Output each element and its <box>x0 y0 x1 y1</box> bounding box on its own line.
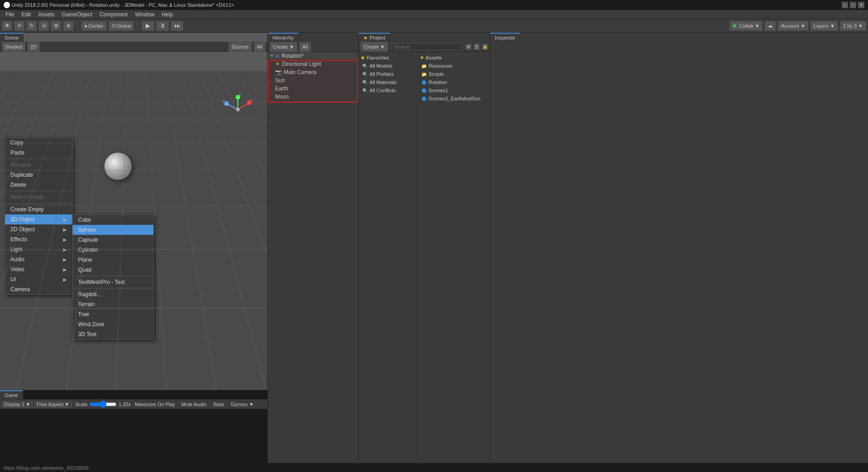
light-arrow: ▶ <box>63 247 67 252</box>
pause-button[interactable]: ⏸ <box>156 21 169 31</box>
cloud-button[interactable]: ☁ <box>764 21 776 31</box>
context-menu-2d-object[interactable]: 2D Object ▶ <box>5 224 72 234</box>
menu-help[interactable]: Help <box>158 10 177 19</box>
scene-tab[interactable]: Scene <box>0 33 24 42</box>
hierarchy-create-button[interactable]: Create ▼ <box>270 42 297 52</box>
directional-light-icon: ☀ <box>275 61 280 67</box>
scale-slider[interactable] <box>89 401 117 407</box>
inspector-tab-label: Inspector <box>495 35 515 40</box>
context-menu-delete[interactable]: Delete <box>5 180 72 190</box>
context-menu-create-empty[interactable]: Create Empty <box>5 204 72 214</box>
project-fav-all-models[interactable]: 🔍 All Models <box>359 62 417 70</box>
hierarchy-item-sun[interactable]: Sun <box>273 76 358 84</box>
gizmos-game-button[interactable]: Gizmos ▼ <box>228 401 256 407</box>
collab-status-dot <box>733 24 736 28</box>
favorites-icon: ★ <box>360 55 365 61</box>
close-button[interactable]: ✕ <box>858 2 864 8</box>
step-button[interactable]: ⏭ <box>171 21 183 31</box>
submenu-capsule[interactable]: Capsule <box>73 235 153 245</box>
hierarchy-item-earth[interactable]: Earth <box>273 84 358 93</box>
project-settings-button[interactable]: ⚙ <box>465 44 472 50</box>
project-asset-scenes2[interactable]: 🔷 Scenes2_EarthAndSun <box>418 94 490 103</box>
scene-all-label[interactable]: All <box>254 42 266 52</box>
context-menu-video[interactable]: Video ▶ <box>5 264 72 274</box>
menu-assets[interactable]: Assets <box>35 10 58 19</box>
main-camera-icon: 📷 <box>275 69 282 75</box>
main-area: Scene Shaded 2D Gizmos All <box>0 33 868 472</box>
context-menu-3d-object[interactable]: 3D Object ▶ Cube Sphere Capsule Cylinder <box>5 214 72 224</box>
gizmos-dropdown[interactable]: Gizmos <box>228 42 252 52</box>
mute-audio-button[interactable]: Mute Audio <box>179 401 209 407</box>
scene-name: Rotation* <box>281 53 304 59</box>
menu-file[interactable]: File <box>2 10 18 19</box>
hierarchy-scene-root[interactable]: ▼ ⊙ Rotation* <box>268 52 358 60</box>
play-button[interactable]: ▶ <box>142 21 154 31</box>
project-create-button[interactable]: Create ▼ <box>360 42 388 52</box>
layout-button[interactable]: 2 by 3 ▼ <box>840 21 866 31</box>
inspector-tab[interactable]: Inspector <box>490 33 520 42</box>
project-filter-button[interactable]: ☰ <box>473 44 480 50</box>
maximize-on-play-button[interactable]: Maximize On Play <box>133 401 178 407</box>
center-button[interactable]: ● Center <box>81 21 107 31</box>
context-menu-paste[interactable]: Paste <box>5 148 72 158</box>
account-button[interactable]: Account ▼ <box>778 21 809 31</box>
tool-hand[interactable]: ✥ <box>2 21 12 31</box>
game-tab[interactable]: Game <box>0 390 23 399</box>
hierarchy-all-label[interactable]: All <box>299 42 311 52</box>
context-menu-audio[interactable]: Audio ▶ <box>5 254 72 264</box>
submenu-cube[interactable]: Cube <box>73 215 153 225</box>
tool-scale[interactable]: ⇲ <box>39 21 49 31</box>
project-lock-button[interactable]: 🔒 <box>482 44 488 50</box>
menu-gameobject[interactable]: GameObject <box>58 10 96 19</box>
hierarchy-item-main-camera[interactable]: 📷 Main Camera <box>273 68 358 76</box>
context-menu-camera[interactable]: Camera <box>5 284 72 294</box>
submenu-3d-text[interactable]: 3D Text <box>73 329 153 339</box>
menu-edit[interactable]: Edit <box>18 10 35 19</box>
stats-button[interactable]: Stats <box>211 401 227 407</box>
context-menu-effects[interactable]: Effects ▶ <box>5 234 72 244</box>
submenu-sphere[interactable]: Sphere <box>73 225 153 235</box>
project-fav-all-materials[interactable]: 🔍 All Materials <box>359 78 417 86</box>
collab-button[interactable]: Collab ▼ <box>730 21 763 31</box>
project-asset-scenes1[interactable]: 🔷 Scenes1 <box>418 86 490 94</box>
menu-window[interactable]: Window <box>131 10 158 19</box>
submenu-textmeshpro[interactable]: TextMeshPro - Text <box>73 277 153 287</box>
shading-dropdown[interactable]: Shaded <box>2 42 25 52</box>
submenu-wind-zone[interactable]: Wind Zone <box>73 319 153 329</box>
project-asset-scripts[interactable]: 📁 Scripts <box>418 70 490 78</box>
hierarchy-tab[interactable]: Hierarchy <box>268 33 299 42</box>
project-fav-all-prefabs[interactable]: 🔍 All Prefabs <box>359 70 417 78</box>
project-search-input[interactable] <box>392 43 462 50</box>
project-asset-rotation[interactable]: 🔷 Rotation <box>418 78 490 86</box>
tool-move[interactable]: ✛ <box>14 21 25 31</box>
submenu-ragdoll[interactable]: Ragdoll... <box>73 289 153 299</box>
project-tab[interactable]: ★ Project <box>359 33 390 42</box>
hierarchy-item-moon[interactable]: Moon <box>273 93 358 101</box>
project-asset-resources[interactable]: 📁 Resources <box>418 62 490 70</box>
minimize-button[interactable]: ─ <box>842 2 848 8</box>
tool-rotate[interactable]: ↻ <box>26 21 37 31</box>
context-menu-duplicate[interactable]: Duplicate <box>5 170 72 180</box>
project-fav-all-conflicts[interactable]: 🔍 All Conflicts <box>359 86 417 94</box>
maximize-button[interactable]: □ <box>850 2 856 8</box>
display-dropdown[interactable]: Display 1 ▼ <box>2 401 33 407</box>
2d-button[interactable]: 2D <box>27 42 40 52</box>
aspect-dropdown[interactable]: Free Aspect ▼ <box>35 401 72 407</box>
menu-component[interactable]: Component <box>96 10 131 19</box>
assets-section-label: ▼ Assets <box>418 54 490 62</box>
submenu-tree[interactable]: Tree <box>73 309 153 319</box>
submenu-plane[interactable]: Plane <box>73 255 153 265</box>
global-button[interactable]: ⊙ Global <box>108 21 134 31</box>
context-menu-copy[interactable]: Copy <box>5 138 72 148</box>
submenu-terrain[interactable]: Terrain <box>73 299 153 309</box>
window-controls[interactable]: ─ □ ✕ <box>842 2 864 8</box>
hierarchy-item-directional-light[interactable]: ☀ Directional Light <box>273 60 358 68</box>
hierarchy-panel: Hierarchy Create ▼ All ▼ ⊙ Rotation* ☀ D… <box>268 33 359 472</box>
submenu-cylinder[interactable]: Cylinder <box>73 245 153 255</box>
context-menu-light[interactable]: Light ▶ <box>5 244 72 254</box>
context-menu-ui[interactable]: UI ▶ <box>5 274 72 284</box>
tool-transform[interactable]: ⊕ <box>63 21 74 31</box>
layers-button[interactable]: Layers ▼ <box>810 21 838 31</box>
tool-rect[interactable]: ⊞ <box>51 21 61 31</box>
submenu-quad[interactable]: Quad <box>73 265 153 275</box>
